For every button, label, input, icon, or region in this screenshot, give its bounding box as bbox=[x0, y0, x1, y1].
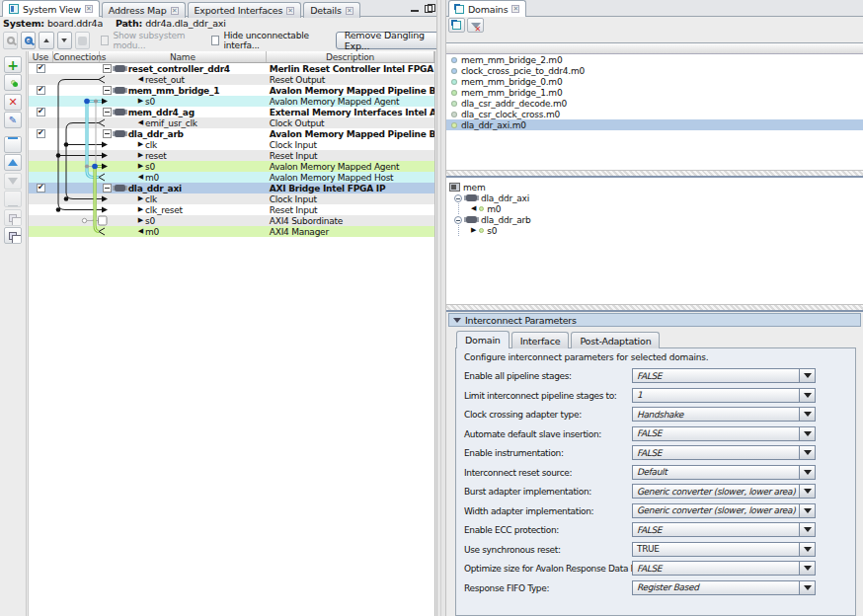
dropdown-arrow-icon[interactable] bbox=[799, 523, 815, 536]
param-tab-post-adaptation[interactable]: Post-Adaptation bbox=[571, 332, 660, 348]
close-icon[interactable]: ✕ bbox=[85, 5, 93, 13]
close-icon[interactable]: ✕ bbox=[171, 7, 179, 15]
table-row[interactable]: ◀reset_outReset Output bbox=[29, 74, 434, 85]
dropdown-arrow-icon[interactable] bbox=[799, 466, 815, 479]
remove-button[interactable]: ✕ bbox=[4, 94, 22, 111]
collapse-icon[interactable] bbox=[103, 108, 112, 116]
parameter-combo[interactable]: Generic converter (slower, lower area) bbox=[632, 503, 816, 518]
edit-button[interactable]: ✎ bbox=[4, 112, 22, 128]
collapse-icon[interactable] bbox=[103, 86, 112, 95]
tab-exported-interfaces[interactable]: Exported Interfaces✕ bbox=[188, 2, 302, 18]
parameter-combo[interactable]: FALSE bbox=[632, 368, 816, 383]
dropdown-arrow-icon[interactable] bbox=[799, 581, 815, 594]
panel-splitter[interactable] bbox=[436, 0, 446, 616]
remove-dangling-button[interactable]: Remove Dangling Exp... bbox=[336, 32, 442, 49]
parameter-combo[interactable]: TRUE bbox=[632, 542, 816, 557]
interconnect-parameters-header[interactable]: Interconnect Parameters bbox=[448, 313, 861, 327]
select-domain-button[interactable] bbox=[448, 18, 465, 33]
tab-system-view[interactable]: System View✕ bbox=[2, 0, 100, 17]
clear-filter-button[interactable] bbox=[467, 18, 484, 33]
show-subsystem-checkbox[interactable] bbox=[101, 36, 110, 45]
use-checkbox[interactable] bbox=[37, 129, 45, 138]
add-instance-button[interactable] bbox=[4, 74, 22, 91]
dropdown-arrow-icon[interactable] bbox=[799, 543, 815, 556]
column-header-connections[interactable]: Connections bbox=[53, 51, 100, 62]
move-top-button[interactable] bbox=[4, 136, 22, 153]
collapse-icon[interactable] bbox=[103, 129, 112, 138]
domain-list-item[interactable]: dla_csr_clock_cross.m0 bbox=[446, 109, 863, 119]
move-down-button[interactable] bbox=[4, 173, 22, 190]
dropdown-arrow-icon[interactable] bbox=[799, 389, 815, 402]
use-checkbox[interactable] bbox=[37, 64, 45, 73]
domain-list-item[interactable]: mem_mm_bridge_0.m0 bbox=[446, 76, 863, 87]
parameter-combo[interactable]: FALSE bbox=[632, 445, 816, 460]
use-checkbox[interactable] bbox=[37, 86, 45, 95]
tree-root[interactable]: mem bbox=[446, 182, 863, 192]
table-row[interactable]: dla_ddr_arbAvalon Memory Mapped Pipeline… bbox=[29, 128, 434, 139]
table-row[interactable]: ▶clkClock Input bbox=[29, 193, 434, 204]
table-row[interactable]: ▶s0Avalon Memory Mapped Agent bbox=[29, 161, 434, 172]
parameter-combo[interactable]: FALSE bbox=[632, 561, 816, 576]
highlight-button[interactable] bbox=[75, 32, 90, 49]
domains-splitter-1[interactable] bbox=[446, 170, 863, 178]
collapse-icon[interactable] bbox=[103, 64, 112, 73]
close-icon[interactable]: ✕ bbox=[286, 7, 294, 15]
domain-list-item[interactable]: mem_mm_bridge_1.m0 bbox=[446, 87, 863, 98]
parameter-combo[interactable]: 1 bbox=[632, 388, 816, 403]
dropdown-arrow-icon[interactable] bbox=[799, 369, 815, 382]
table-row[interactable]: ▶clk_resetReset Input bbox=[29, 204, 434, 215]
table-row[interactable]: ◀m0AXI4 Manager bbox=[29, 226, 434, 237]
add-button[interactable]: + bbox=[4, 56, 22, 73]
parameter-combo[interactable]: Generic converter (slower, lower area) bbox=[632, 484, 816, 499]
tree-expand-icon[interactable] bbox=[454, 216, 462, 224]
domain-list-item[interactable]: dla_csr_addr_decode.m0 bbox=[446, 98, 863, 109]
close-icon[interactable]: ✕ bbox=[346, 7, 353, 15]
table-row[interactable]: ▶s0AXI4 Subordinate bbox=[29, 215, 434, 226]
table-row[interactable]: mem_ddr4_agExternal Memory Interfaces In… bbox=[29, 107, 434, 117]
tab-domains[interactable]: Domains ✕ bbox=[448, 0, 526, 17]
column-header-use[interactable]: Use bbox=[29, 51, 53, 62]
dropdown-arrow-icon[interactable] bbox=[799, 485, 815, 498]
table-row[interactable]: ▶clkClock Input bbox=[29, 139, 434, 150]
tree-node[interactable]: dla_ddr_axi bbox=[446, 192, 863, 203]
move-bottom-button[interactable] bbox=[4, 191, 22, 207]
table-row[interactable]: ▶s0Avalon Memory Mapped Agent bbox=[29, 96, 434, 107]
domain-list-item[interactable]: mem_mm_bridge_2.m0 bbox=[446, 54, 863, 65]
tree-port[interactable]: ◀m0 bbox=[458, 203, 863, 214]
table-row[interactable]: mem_mm_bridge_1Avalon Memory Mapped Pipe… bbox=[29, 85, 434, 96]
table-row[interactable]: ◀emif_usr_clkClock Output bbox=[29, 117, 434, 128]
table-row[interactable]: ▶resetReset Input bbox=[29, 150, 434, 161]
table-row[interactable]: reset_controller_ddr4Merlin Reset Contro… bbox=[29, 63, 434, 74]
zoom-out-button[interactable] bbox=[3, 32, 18, 49]
zoom-in-button[interactable]: + bbox=[21, 32, 36, 49]
tab-address-map[interactable]: Address Map✕ bbox=[102, 2, 186, 18]
minimize-button[interactable] bbox=[411, 4, 420, 13]
param-tab-domain[interactable]: Domain bbox=[456, 331, 510, 348]
table-row[interactable]: dla_ddr_axiAXI Bridge Intel FPGA IP bbox=[29, 183, 434, 193]
parameter-combo[interactable]: Handshake bbox=[632, 407, 816, 422]
move-up-button[interactable] bbox=[4, 154, 22, 171]
parameter-combo[interactable]: FALSE bbox=[632, 426, 816, 441]
column-header-description[interactable]: Description bbox=[267, 51, 434, 62]
use-checkbox[interactable] bbox=[37, 184, 45, 192]
parameter-combo[interactable]: Default bbox=[632, 465, 816, 480]
param-tab-interface[interactable]: Interface bbox=[511, 332, 570, 348]
dropdown-arrow-icon[interactable] bbox=[799, 446, 815, 459]
column-header-name[interactable]: Name bbox=[100, 51, 267, 62]
dropdown-arrow-icon[interactable] bbox=[799, 427, 815, 440]
restore-button[interactable] bbox=[425, 4, 433, 13]
collapse-all-button[interactable] bbox=[39, 32, 53, 49]
domain-list-item[interactable]: dla_ddr_axi.m0 bbox=[446, 119, 863, 130]
tree-port[interactable]: ▶s0 bbox=[458, 225, 863, 236]
copy-button[interactable] bbox=[4, 227, 22, 244]
domain-list-item[interactable]: clock_cross_pcie_to_ddr4.m0 bbox=[446, 65, 863, 76]
domains-splitter-2[interactable] bbox=[446, 304, 863, 312]
paste-button[interactable] bbox=[4, 209, 22, 226]
dropdown-arrow-icon[interactable] bbox=[799, 504, 815, 517]
hide-unconnectable-checkbox[interactable] bbox=[211, 36, 220, 45]
dropdown-arrow-icon[interactable] bbox=[799, 408, 815, 421]
tree-expand-icon[interactable] bbox=[454, 194, 462, 202]
dropdown-arrow-icon[interactable] bbox=[799, 562, 815, 575]
expand-all-button[interactable] bbox=[57, 32, 72, 49]
close-icon[interactable]: ✕ bbox=[511, 5, 519, 13]
